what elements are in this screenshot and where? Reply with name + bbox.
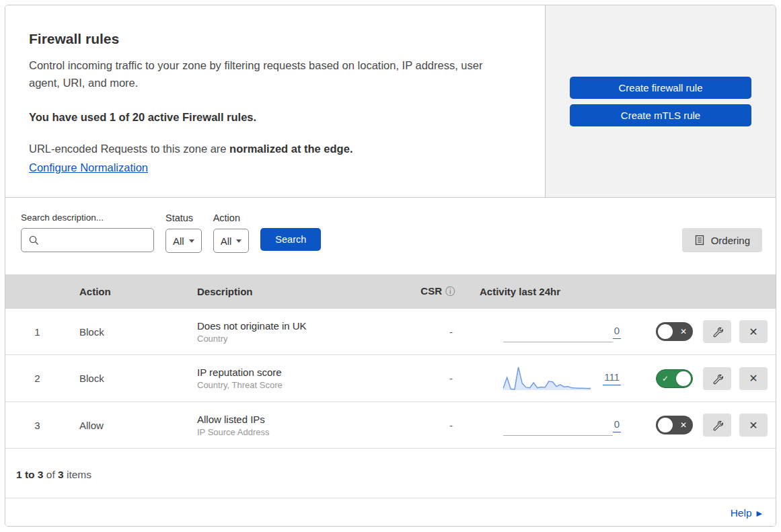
table-footer: 1 to 3 of 3 items [5,449,776,498]
search-field: Search description... [21,213,154,252]
header-actions-panel: Create firewall rule Create mTLS rule [546,5,776,197]
table-header: Action Description CSRⓘ Activity last 24… [5,274,776,309]
status-select[interactable]: All [165,229,202,253]
rule-action: Block [69,373,187,384]
rule-priority: 1 [5,326,69,338]
info-icon[interactable]: ⓘ [445,286,455,297]
search-input[interactable] [43,229,151,252]
page-description: Control incoming traffic to your zone by… [29,56,508,92]
edit-rule-button[interactable] [703,320,731,343]
page-header-section: Firewall rules Control incoming traffic … [5,5,776,198]
footer-of: of [43,469,58,480]
filter-bar: Search description... Status All Action … [5,198,776,274]
activity-count-link[interactable]: 0 [613,325,621,339]
edit-rule-button[interactable] [703,414,731,436]
col-action: Action [69,286,187,297]
rule-fields: IP Source Address [197,427,402,437]
search-label: Search description... [21,213,154,223]
rule-fields: Country [197,334,402,344]
search-icon [28,235,40,246]
rule-enable-toggle[interactable]: ✓✕ [656,416,693,434]
action-select[interactable]: All [213,229,250,253]
edit-rule-button[interactable] [703,367,731,390]
chevron-down-icon [236,239,241,243]
rule-csr-value: - [402,326,470,338]
wrench-icon [711,373,723,385]
rule-action: Block [69,326,187,338]
create-firewall-rule-button[interactable]: Create firewall rule [570,77,751,99]
x-icon: ✕ [680,420,687,430]
x-icon: ✕ [680,327,687,336]
table-row: 2 Block IP reputation score Country, Thr… [5,355,776,402]
status-filter-field: Status All [165,213,202,253]
header-info-panel: Firewall rules Control incoming traffic … [5,5,546,197]
footer-range: 1 to 3 [16,469,43,480]
footer-total: 3 [58,469,64,480]
rule-priority: 3 [5,420,69,431]
close-icon: ✕ [749,326,757,338]
action-select-value: All [221,235,232,247]
rule-csr-value: - [402,420,470,431]
rule-activity-cell: 0 [470,317,638,346]
rule-description-cell: Does not originate in UK Country [187,320,402,344]
rule-controls: ✓✕ ✕ [638,414,776,436]
table-row: 3 Allow Allow listed IPs IP Source Addre… [5,402,776,449]
ordering-button-label: Ordering [711,235,750,246]
table-row: 1 Block Does not originate in UK Country… [5,309,776,355]
delete-rule-button[interactable]: ✕ [739,367,768,390]
rule-description-cell: Allow listed IPs IP Source Address [187,414,402,437]
close-icon: ✕ [749,372,757,385]
rule-description-cell: IP reputation score Country, Threat Scor… [187,367,402,390]
rule-controls: ✓✕ ✕ [638,320,776,343]
toggle-knob [676,371,691,386]
status-label: Status [165,213,202,223]
col-activity: Activity last 24hr [470,286,638,297]
wrench-icon [711,326,723,338]
action-label: Action [213,213,250,223]
col-csr: CSRⓘ [402,285,470,298]
delete-rule-button[interactable]: ✕ [739,320,768,343]
status-select-value: All [173,235,184,247]
help-link[interactable]: Help▶ [731,507,762,519]
check-icon: ✓ [662,373,669,383]
usage-summary: You have used 1 of 20 active Firewall ru… [29,111,514,124]
footer-items: items [64,469,91,480]
rule-activity-cell: 111 [470,364,638,393]
toggle-knob [658,324,673,339]
configure-normalization-link[interactable]: Configure Normalization [29,161,148,174]
rule-activity-cell: 0 [470,410,638,440]
toggle-knob [658,418,673,432]
help-row: Help▶ [5,498,776,527]
rule-enable-toggle[interactable]: ✓✕ [656,369,693,388]
arrow-right-icon: ▶ [757,509,762,518]
rule-enable-toggle[interactable]: ✓✕ [656,322,693,341]
rule-action: Allow [69,420,187,431]
page-title: Firewall rules [29,31,514,47]
activity-count-link[interactable]: 0 [613,418,621,432]
action-filter-field: Action All [213,213,250,253]
activity-sparkline [503,317,613,346]
normalization-note: URL-encoded Requests to this zone are no… [29,143,514,155]
wrench-icon [711,419,723,431]
rule-csr-value: - [402,373,470,384]
ordering-list-icon [694,235,705,245]
rule-fields: Country, Threat Score [197,380,402,390]
rule-priority: 2 [5,373,69,384]
delete-rule-button[interactable]: ✕ [739,414,768,436]
rule-description: IP reputation score [197,367,402,378]
search-input-wrap [21,228,154,252]
activity-sparkline [503,410,613,440]
search-button[interactable]: Search [260,228,321,251]
col-description: Description [187,286,402,297]
rule-description: Does not originate in UK [197,320,402,332]
create-mtls-rule-button[interactable]: Create mTLS rule [570,104,751,126]
firewall-rules-page: Firewall rules Control incoming traffic … [5,5,776,527]
activity-count-link[interactable]: 111 [603,371,621,385]
ordering-button[interactable]: Ordering [682,228,762,252]
activity-sparkline [503,364,603,393]
rule-description: Allow listed IPs [197,414,402,425]
rule-controls: ✓✕ ✕ [638,367,776,390]
close-icon: ✕ [749,419,757,432]
chevron-down-icon [189,239,194,243]
